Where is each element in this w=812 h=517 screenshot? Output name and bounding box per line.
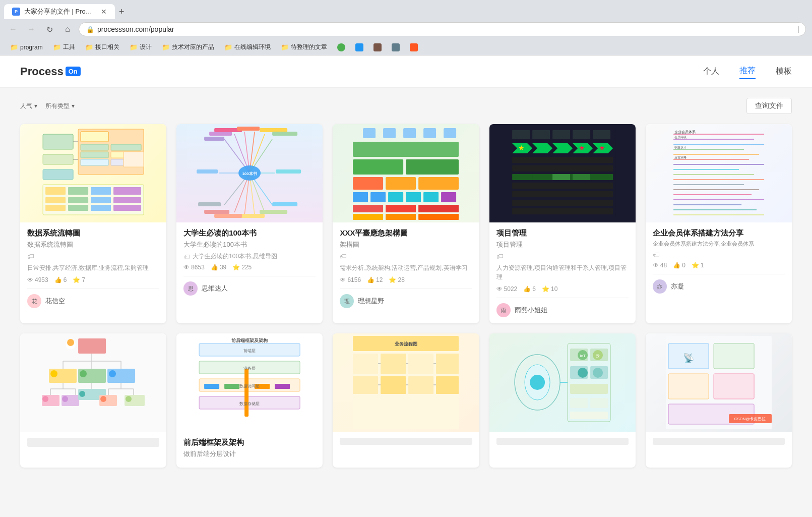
card-4-body: 项目管理 项目管理 🏷 人力资源管理,项目沟通管理和干系人管理,项目管理 👁 5… (489, 222, 636, 323)
card-8[interactable]: 业务流程图 (333, 333, 479, 468)
card-3-stats: 👁 6156 👍 12 ⭐ 28 (340, 276, 472, 283)
bookmark-api[interactable]: 📁 接口相关 (81, 41, 123, 53)
home-button[interactable]: ⌂ (60, 22, 75, 36)
svg-rect-164 (224, 384, 239, 389)
card-2[interactable]: 100本书 大学生必读的100本书 大学生必读的100本书 🏷 大学生必读的10… (176, 124, 323, 323)
card-4[interactable]: ★ ★ ★ 项目管理 (489, 124, 636, 323)
card-5-tags: 🏷 (653, 251, 785, 259)
bookmark-articles[interactable]: 📁 待整理的文章 (277, 41, 331, 53)
sort-filter[interactable]: 人气 ▾ (20, 102, 37, 110)
svg-rect-80 (510, 127, 615, 220)
bookmark-label: 待整理的文章 (291, 43, 327, 51)
tech-svg: IoT 云 (489, 333, 636, 432)
svg-rect-83 (552, 130, 570, 139)
card-3-tags: 🏷 (340, 252, 472, 260)
star-stat: ⭐ 1 (692, 262, 704, 269)
svg-rect-197 (570, 384, 608, 394)
bookmark-label: 接口相关 (95, 43, 119, 51)
card-1-author: 花 花信空 (27, 289, 159, 308)
tab-close-button[interactable]: ✕ (101, 8, 107, 16)
bookmark-label: 技术对应的产品 (172, 43, 214, 51)
folder-icon: 📁 (224, 43, 232, 51)
svg-rect-67 (418, 177, 459, 190)
tag-icon: 🏷 (653, 251, 660, 259)
nav-recommended[interactable]: 推荐 (739, 64, 756, 79)
active-tab[interactable]: P 大家分享的文件 | ProcessOn ✕ (4, 4, 115, 19)
svg-rect-71 (406, 192, 421, 202)
new-tab-button[interactable]: + (115, 5, 129, 19)
tag-icon: 🏷 (183, 253, 191, 261)
address-bar[interactable]: 🔒 processson.com/popular (79, 22, 806, 36)
bookmark-icon-5[interactable] (406, 42, 422, 53)
svg-rect-100 (512, 208, 613, 214)
svg-text:数据访问层: 数据访问层 (239, 384, 260, 388)
svg-rect-23 (68, 205, 88, 211)
card-9[interactable]: IoT 云 (489, 333, 636, 468)
svg-rect-210 (714, 343, 754, 369)
svg-rect-62 (353, 142, 459, 157)
svg-rect-178 (436, 354, 459, 374)
card-2-thumb: 100本书 (176, 124, 323, 222)
svg-rect-47 (276, 169, 301, 174)
bookmark-online-env[interactable]: 📁 在线编辑环境 (220, 41, 275, 53)
svg-text:企业会员体系: 企业会员体系 (674, 130, 696, 134)
like-stat: 👍 0 (673, 262, 685, 269)
like-stat: 👍 39 (211, 264, 226, 271)
svg-rect-70 (388, 192, 403, 202)
forward-button[interactable]: → (24, 22, 38, 36)
svg-rect-22 (45, 205, 66, 211)
bookmarks-bar: 📁 program 📁 工具 📁 接口相关 📁 设计 📁 技术对应的产品 📁 在… (0, 39, 812, 55)
author-name: 花信空 (45, 297, 65, 306)
card-5-stats: 👁 48 👍 0 ⭐ 1 (653, 262, 785, 269)
svg-rect-18 (45, 197, 66, 203)
bookmark-icon-3[interactable] (369, 42, 386, 53)
view-stat: 👁 6156 (340, 276, 361, 283)
card-7[interactable]: 前后端框架及架构 前端层 业务层 数据访问层 数据存储层 前后端框架及架构 做前… (176, 333, 323, 468)
card-5[interactable]: 企业会员体系 会员等级 权益设计 运营策略 企业会员体系搭建方法分享 企业会员体… (646, 124, 792, 323)
svg-rect-65 (353, 177, 383, 190)
card-6[interactable] (20, 333, 166, 468)
card-3[interactable]: XXX平臺應急架構圖 架構圖 🏷 需求分析,系统架构,活动运营,产品规划,英语学… (333, 124, 479, 323)
bookmark-icon-1[interactable] (333, 42, 349, 53)
search-button[interactable]: 查询文件 (746, 98, 792, 114)
folder-icon: 📁 (162, 43, 170, 51)
mindmap-svg: 100本书 (176, 124, 323, 222)
svg-rect-75 (386, 205, 416, 212)
reload-button[interactable]: ↻ (42, 22, 56, 36)
frontend-svg: 前后端框架及架构 前端层 业务层 数据访问层 数据存储层 (176, 333, 323, 432)
card-5-title: 企业会员体系搭建方法分享 (653, 228, 785, 238)
nav-templates[interactable]: 模板 (776, 64, 792, 79)
card-2-stats: 👁 8653 👍 39 ⭐ 225 (183, 264, 316, 271)
card-1-desc: 日常安排,共享经济,数据库,业务流程,采购管理 (27, 263, 159, 272)
bookmark-design[interactable]: 📁 设计 (126, 41, 156, 53)
bookmark-icon-2[interactable] (351, 42, 367, 53)
svg-rect-60 (423, 128, 436, 138)
svg-rect-212 (714, 374, 754, 399)
nav-personal[interactable]: 个人 (703, 64, 719, 79)
card-3-author: 理 理想星野 (340, 289, 472, 308)
type-filter[interactable]: 所有类型 ▾ (45, 102, 75, 110)
back-button[interactable]: ← (6, 22, 20, 36)
svg-rect-97 (512, 183, 613, 189)
card-1[interactable]: 数据系统流轉圖 数据系统流轉圖 🏷 日常安排,共享经济,数据库,业务流程,采购管… (20, 124, 166, 323)
card-7-body: 前后端框架及架构 做前后端分层设计 (176, 432, 323, 468)
bookmark-program[interactable]: 📁 program (6, 42, 47, 52)
svg-rect-59 (403, 128, 416, 138)
svg-rect-76 (418, 205, 459, 212)
bookmark-icon-4[interactable] (388, 42, 404, 53)
svg-rect-2 (81, 132, 108, 142)
svg-rect-77 (353, 214, 383, 220)
app-container: ProcessOn 个人 推荐 模板 人气 ▾ 所有类型 ▾ 查询文件 (0, 55, 812, 488)
svg-rect-102 (552, 174, 570, 180)
logo[interactable]: ProcessOn (20, 65, 81, 78)
svg-rect-81 (512, 130, 530, 139)
bookmark-tech-product[interactable]: 📁 技术对应的产品 (158, 41, 218, 53)
svg-rect-163 (204, 384, 219, 389)
bookmark-tools[interactable]: 📁 工具 (49, 41, 79, 53)
card-10-body (646, 432, 792, 454)
svg-rect-179 (353, 376, 378, 394)
svg-rect-4 (81, 152, 108, 158)
svg-rect-24 (91, 205, 111, 211)
card-10[interactable]: 📡 CSDN@卡皮巴拉 (646, 333, 792, 468)
svg-rect-177 (408, 354, 433, 374)
